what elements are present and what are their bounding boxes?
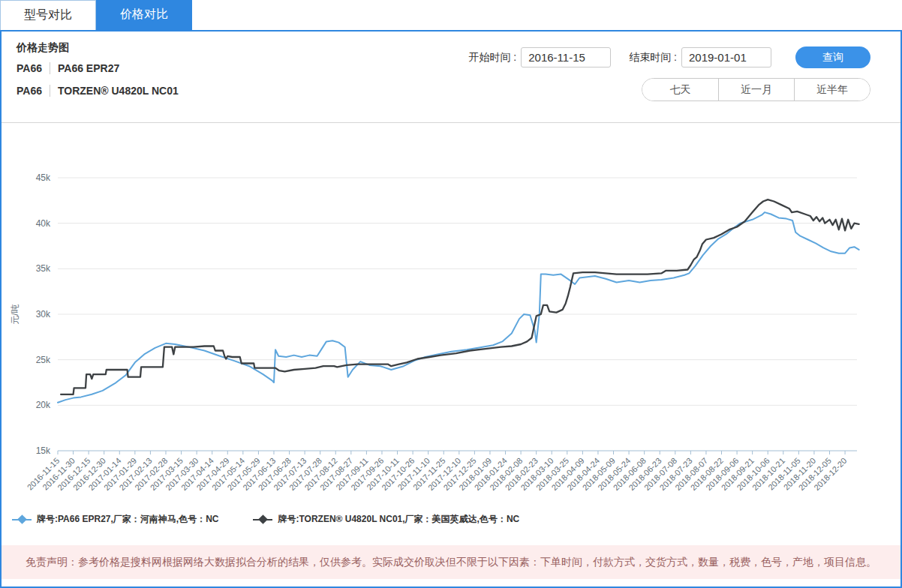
disclaimer-bar: 免责声明：参考价格是搜料网根据网络大数据拟合分析的结果，仅供参考。实际成交价取决… [2,545,900,579]
chart-canvas[interactable]: 45k40k35k30k25k20k15k2016-11-152016-11-3… [2,123,900,545]
product-category: PA66 [17,85,42,97]
end-date-input[interactable] [681,47,771,68]
tab-price-compare[interactable]: 价格对比 [96,0,192,30]
page: 型号对比 价格对比 价格走势图 PA66 PA66 EPR27 PA66 TOR… [0,0,902,588]
y-tick-label: 35k [36,263,51,274]
range-button-7days[interactable]: 七天 [642,79,718,100]
product-row-1: PA66 PA66 EPR27 [17,62,119,74]
legend-item-0[interactable]: 牌号:PA66 EPR27,厂家：河南神马,色号：NC [12,513,218,526]
range-button-6months[interactable]: 近半年 [794,79,870,100]
quick-range-group: 七天 近一月 近半年 [642,78,870,101]
y-tick-label: 25k [36,355,51,365]
main-panel: 价格走势图 PA66 PA66 EPR27 PA66 TORZEN® U4820… [0,32,902,588]
price-trend-chart[interactable]: 45k40k35k30k25k20k15k2016-11-152016-11-3… [2,123,900,545]
query-button[interactable]: 查询 [795,46,870,68]
product-row-2: PA66 TORZEN® U4820L NC01 [17,85,179,97]
y-tick-label: 45k [36,172,51,183]
legend-label: 牌号:PA66 EPR27,厂家：河南神马,色号：NC [37,513,218,526]
series-line-1 [61,200,859,394]
legend-line-diamond-icon [12,515,32,524]
product-name: TORZEN® U4820L NC01 [58,85,179,97]
legend-line-diamond-icon [253,515,272,524]
disclaimer-text: 免责声明：参考价格是搜料网根据网络大数据拟合分析的结果，仅供参考。实际成交价取决… [26,556,876,569]
divider [50,85,50,97]
chart-legend: 牌号:PA66 EPR27,厂家：河南神马,色号：NC牌号:TORZEN® U4… [12,513,519,526]
range-button-1month[interactable]: 近一月 [718,79,794,100]
end-time-label: 结束时间 : [629,51,677,64]
start-date-input[interactable] [521,47,611,68]
tab-model-compare[interactable]: 型号对比 [0,0,96,30]
product-category: PA66 [17,62,42,74]
y-tick-label: 40k [36,218,51,229]
y-axis-name: 元/吨 [10,304,20,324]
legend-label: 牌号:TORZEN® U4820L NC01,厂家：美国英威达,色号：NC [278,513,519,526]
legend-item-1[interactable]: 牌号:TORZEN® U4820L NC01,厂家：美国英威达,色号：NC [253,513,519,526]
series-line-0 [58,212,859,403]
divider [50,62,50,74]
product-name: PA66 EPR27 [58,62,119,74]
y-tick-label: 15k [36,446,51,456]
tab-bar: 型号对比 价格对比 [0,0,902,32]
y-tick-label: 20k [36,400,51,410]
page-title: 价格走势图 [17,41,69,55]
start-time-label: 开始时间 : [468,51,516,64]
chart-header: 价格走势图 PA66 PA66 EPR27 PA66 TORZEN® U4820… [2,32,900,123]
y-tick-label: 30k [36,309,51,320]
date-range-controls: 开始时间 : 结束时间 : 查询 [468,46,870,68]
